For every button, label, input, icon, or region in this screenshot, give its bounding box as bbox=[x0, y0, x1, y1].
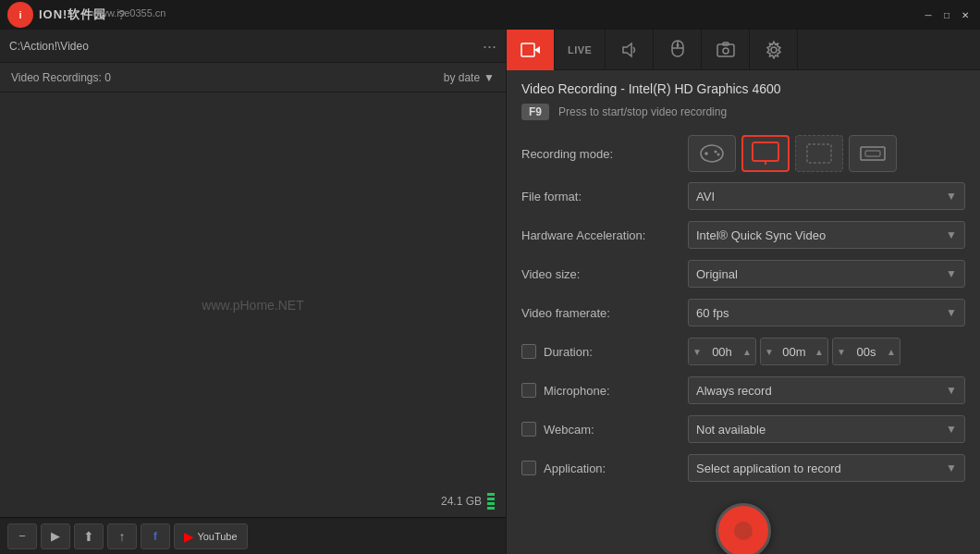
folder-options-button[interactable]: ··· bbox=[483, 38, 496, 55]
tab-mouse[interactable] bbox=[654, 30, 702, 70]
app-logo: i bbox=[7, 2, 33, 28]
video-framerate-dropdown[interactable]: 60 fps ▼ bbox=[688, 299, 965, 326]
duration-minutes-up[interactable]: ▲ bbox=[811, 339, 827, 364]
recordings-area: www.pHome.NET 24.1 GB bbox=[0, 92, 506, 517]
tab-live[interactable]: LIVE bbox=[555, 30, 606, 70]
microphone-checkbox[interactable] bbox=[521, 383, 536, 398]
right-panel: LIVE bbox=[507, 30, 980, 554]
recordings-count: Video Recordings: 0 bbox=[11, 71, 111, 84]
left-panel: C:\Action!\Video ··· Video Recordings: 0… bbox=[0, 30, 507, 554]
svg-marker-1 bbox=[534, 46, 540, 54]
titlebar-left: i ION!软件园 ? www.ise0355.cn bbox=[7, 2, 130, 28]
record-button-inner bbox=[734, 522, 753, 540]
recordings-bar: Video Recordings: 0 by date ▼ bbox=[0, 63, 506, 92]
application-label-row: Application: bbox=[521, 461, 688, 475]
mode-buttons bbox=[688, 135, 897, 172]
minimize-button[interactable]: ─ bbox=[921, 7, 936, 22]
play-button[interactable]: ▶ bbox=[41, 523, 70, 549]
svg-point-11 bbox=[701, 145, 723, 162]
mode-region-button[interactable] bbox=[795, 135, 843, 172]
microphone-dropdown[interactable]: Always record ▼ bbox=[688, 376, 965, 404]
facebook-icon: f bbox=[153, 529, 157, 543]
video-size-arrow-icon: ▼ bbox=[946, 267, 957, 280]
section-title: Video Recording - Intel(R) HD Graphics 4… bbox=[521, 81, 965, 96]
youtube-button[interactable]: ▶ YouTube bbox=[174, 523, 248, 549]
application-value: Select application to record bbox=[696, 462, 841, 475]
duration-hours-value: 00h bbox=[705, 345, 739, 359]
minus-button[interactable]: − bbox=[7, 523, 37, 549]
file-format-arrow-icon: ▼ bbox=[946, 190, 957, 203]
window-controls: ─ □ ✕ bbox=[921, 7, 973, 22]
content-area: Video Recording - Intel(R) HD Graphics 4… bbox=[507, 70, 980, 554]
tab-video[interactable] bbox=[507, 30, 555, 70]
svg-rect-20 bbox=[861, 147, 885, 160]
video-size-dropdown[interactable]: Original ▼ bbox=[688, 260, 965, 288]
microphone-row: Microphone: Always record ▼ bbox=[521, 375, 965, 405]
tab-settings[interactable] bbox=[750, 30, 798, 70]
video-framerate-control: 60 fps ▼ bbox=[688, 299, 965, 326]
application-label: Application: bbox=[544, 462, 606, 475]
svg-point-6 bbox=[676, 43, 679, 46]
close-button[interactable]: ✕ bbox=[958, 7, 973, 22]
hardware-accel-dropdown[interactable]: Intel® Quick Sync Video ▼ bbox=[688, 221, 965, 249]
file-format-value: AVI bbox=[696, 190, 715, 203]
mode-hdmi-button[interactable] bbox=[849, 135, 897, 172]
microphone-arrow-icon: ▼ bbox=[946, 384, 957, 397]
file-format-dropdown[interactable]: AVI ▼ bbox=[688, 182, 965, 210]
duration-minutes-down[interactable]: ▼ bbox=[761, 339, 778, 364]
webcam-control: Not available ▼ bbox=[688, 415, 965, 443]
webcam-dropdown[interactable]: Not available ▼ bbox=[688, 415, 965, 443]
settings-tab-icon bbox=[765, 41, 783, 59]
sort-button[interactable]: by date ▼ bbox=[444, 71, 495, 84]
application-control: Select application to record ▼ bbox=[688, 454, 965, 482]
upload-button[interactable]: ⬆ bbox=[74, 523, 104, 549]
svg-marker-2 bbox=[623, 43, 631, 56]
storage-size: 24.1 GB bbox=[441, 495, 482, 508]
webcam-checkbox[interactable] bbox=[521, 422, 536, 437]
duration-seconds-group: ▼ 00s ▲ bbox=[832, 338, 900, 365]
mode-gamepad-button[interactable] bbox=[688, 135, 736, 172]
svg-rect-21 bbox=[865, 151, 880, 156]
webcam-label: Webcam: bbox=[544, 423, 594, 437]
gamepad-icon bbox=[699, 143, 725, 164]
duration-seconds-down[interactable]: ▼ bbox=[833, 339, 850, 364]
facebook-button[interactable]: f bbox=[141, 523, 170, 549]
mode-screen-button[interactable] bbox=[741, 135, 790, 172]
mouse-tab-icon bbox=[669, 40, 686, 60]
application-dropdown[interactable]: Select application to record ▼ bbox=[688, 454, 965, 482]
record-button[interactable] bbox=[716, 503, 771, 554]
tabs-bar: LIVE bbox=[507, 30, 980, 70]
webcam-label-row: Webcam: bbox=[521, 422, 688, 437]
duration-label-row: Duration: bbox=[521, 344, 688, 359]
center-watermark: www.pHome.NET bbox=[202, 298, 303, 313]
maximize-button[interactable]: □ bbox=[939, 7, 954, 22]
webcam-arrow-icon: ▼ bbox=[946, 423, 957, 436]
hotkey-desc: Press to start/stop video recording bbox=[558, 105, 727, 118]
upload-icon: ⬆ bbox=[83, 529, 94, 544]
region-icon bbox=[805, 142, 833, 165]
share-button[interactable]: ↑ bbox=[107, 523, 137, 549]
duration-row: Duration: ▼ 00h ▲ ▼ 00m ▲ bbox=[521, 337, 965, 366]
svg-point-8 bbox=[723, 48, 729, 54]
duration-seconds-up[interactable]: ▲ bbox=[883, 339, 900, 364]
tab-screenshot[interactable] bbox=[702, 30, 750, 70]
file-format-control: AVI ▼ bbox=[688, 182, 965, 210]
hardware-accel-value: Intel® Quick Sync Video bbox=[696, 228, 826, 242]
webcam-value: Not available bbox=[696, 423, 766, 437]
application-checkbox[interactable] bbox=[521, 461, 536, 475]
svg-rect-19 bbox=[807, 144, 831, 163]
recording-mode-label: Recording mode: bbox=[521, 147, 688, 161]
duration-checkbox[interactable] bbox=[521, 344, 536, 359]
duration-hours-group: ▼ 00h ▲ bbox=[688, 338, 756, 365]
record-btn-area bbox=[521, 492, 965, 554]
duration-hours-up[interactable]: ▲ bbox=[739, 339, 755, 364]
live-tab-label: LIVE bbox=[568, 44, 592, 55]
tab-audio[interactable] bbox=[606, 30, 654, 70]
svg-rect-0 bbox=[521, 43, 534, 56]
video-framerate-arrow-icon: ▼ bbox=[946, 306, 957, 319]
bottom-toolbar: − ▶ ⬆ ↑ f ▶ YouTube bbox=[0, 517, 506, 554]
duration-hours-down[interactable]: ▼ bbox=[689, 339, 705, 364]
duration-seconds-value: 00s bbox=[850, 345, 883, 359]
left-header: C:\Action!\Video ··· bbox=[0, 30, 506, 63]
screenshot-tab-icon bbox=[717, 42, 735, 58]
